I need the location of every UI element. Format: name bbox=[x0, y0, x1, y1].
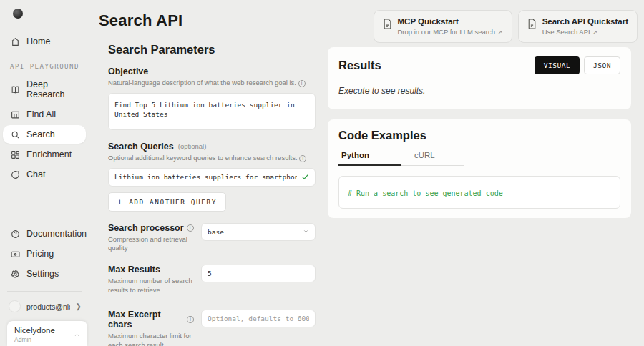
objective-description: Natural-language description of what the… bbox=[108, 79, 316, 88]
external-link-icon: ↗︎ bbox=[592, 29, 598, 36]
code-examples-heading: Code Examples bbox=[338, 129, 620, 142]
search-icon bbox=[10, 129, 20, 139]
info-icon: i bbox=[299, 155, 306, 162]
sidebar-divider bbox=[7, 291, 82, 292]
sidebar-item-search[interactable]: Search bbox=[3, 125, 86, 144]
tab-curl[interactable]: cURL bbox=[401, 151, 464, 166]
sidebar-item-documentation[interactable]: Documentation bbox=[3, 224, 86, 243]
sidebar-item-label: Enrichment bbox=[26, 149, 72, 159]
processor-description: Compression and retrieval quality bbox=[108, 235, 194, 254]
file-icon bbox=[527, 19, 537, 32]
right-panel: Results VISUAL JSON Execute to see resul… bbox=[328, 47, 631, 228]
queries-label: Search Queries (optional) bbox=[108, 142, 316, 152]
sidebar-item-deep-research[interactable]: Deep Research bbox=[3, 75, 86, 104]
max-excerpt-input[interactable] bbox=[201, 310, 316, 327]
code-examples-card: Code Examples Python cURL # Run a search… bbox=[328, 119, 631, 218]
max-results-label: Max Results bbox=[108, 265, 194, 275]
account-switcher[interactable]: products@nic... ❯ bbox=[0, 296, 89, 317]
org-card[interactable]: Nicelydone Admin bbox=[7, 321, 87, 346]
avatar bbox=[9, 300, 21, 312]
org-role: Admin bbox=[14, 336, 55, 343]
max-excerpt-label: Max Excerpt chars i bbox=[108, 310, 194, 330]
sidebar-item-pricing[interactable]: Pricing bbox=[3, 244, 86, 263]
plus-icon: + bbox=[117, 197, 123, 207]
chevron-down-icon bbox=[303, 228, 309, 236]
chevron-up-icon bbox=[74, 328, 80, 341]
form-heading: Search Parameters bbox=[108, 43, 316, 56]
search-parameters-panel: Search Parameters Objective Natural-lang… bbox=[108, 43, 316, 346]
objective-input[interactable]: Find Top 5 Lithium ion batteries supplie… bbox=[108, 93, 316, 130]
account-email: products@nic... bbox=[26, 302, 70, 311]
results-heading: Results bbox=[338, 59, 381, 72]
org-name: Nicelydone bbox=[14, 326, 55, 335]
sidebar-item-label: Settings bbox=[26, 269, 59, 279]
chevron-right-icon: ❯ bbox=[76, 302, 82, 310]
optional-tag: (optional) bbox=[178, 142, 207, 150]
sidebar-item-label: Home bbox=[26, 36, 50, 46]
sidebar-item-chat[interactable]: Chat bbox=[3, 165, 86, 184]
quickstart-subtitle: Use Search API bbox=[542, 28, 590, 36]
tab-python[interactable]: Python bbox=[338, 151, 401, 166]
sidebar: Home API PLAYGROUND Deep Research Find A… bbox=[0, 0, 89, 346]
check-icon bbox=[301, 171, 309, 184]
help-icon bbox=[10, 229, 20, 239]
card-icon bbox=[10, 249, 20, 259]
code-block: # Run a search to see generated code bbox=[338, 176, 620, 209]
sidebar-section-label: API PLAYGROUND bbox=[10, 63, 89, 70]
info-icon: i bbox=[187, 224, 194, 232]
book-icon bbox=[10, 84, 20, 94]
query-input[interactable]: Lithium ion batteries suppliers for smar… bbox=[108, 168, 316, 187]
chat-icon bbox=[10, 169, 20, 179]
quickstart-cards: MCP Quickstart Drop in our MCP for LLM s… bbox=[374, 10, 638, 43]
max-results-input[interactable] bbox=[201, 265, 316, 282]
max-excerpt-description: Maximum character limit for each search … bbox=[108, 332, 194, 346]
blocks-icon bbox=[10, 149, 20, 159]
mcp-quickstart-card[interactable]: MCP Quickstart Drop in our MCP for LLM s… bbox=[374, 10, 512, 43]
visual-toggle-button[interactable]: VISUAL bbox=[535, 56, 580, 74]
info-icon: i bbox=[298, 80, 306, 87]
sidebar-item-label: Documentation bbox=[26, 229, 87, 239]
gear-icon bbox=[10, 269, 20, 279]
processor-value: base bbox=[208, 228, 224, 236]
code-tabs: Python cURL bbox=[338, 151, 620, 166]
sidebar-item-find-all[interactable]: Find All bbox=[3, 105, 86, 124]
page-title: Search API bbox=[99, 11, 182, 30]
quickstart-subtitle: Drop in our MCP for LLM search bbox=[398, 28, 496, 36]
add-another-query-button[interactable]: + ADD ANOTHER QUERY bbox=[108, 192, 226, 212]
sidebar-item-label: Deep Research bbox=[26, 79, 79, 99]
file-icon bbox=[383, 19, 392, 32]
sidebar-item-label: Find All bbox=[26, 109, 56, 119]
sidebar-item-enrichment[interactable]: Enrichment bbox=[3, 145, 86, 164]
external-link-icon: ↗︎ bbox=[497, 29, 503, 36]
info-icon: i bbox=[187, 316, 194, 323]
processor-select[interactable]: base bbox=[201, 223, 316, 241]
json-toggle-button[interactable]: JSON bbox=[584, 56, 620, 74]
results-empty-text: Execute to see results. bbox=[338, 86, 620, 96]
code-snippet: # Run a search to see generated code bbox=[348, 189, 503, 197]
sidebar-item-label: Search bbox=[26, 129, 55, 139]
processor-label: Search processor i bbox=[108, 223, 194, 233]
sidebar-item-label: Pricing bbox=[26, 249, 54, 259]
sidebar-item-label: Chat bbox=[26, 169, 45, 179]
main-content: Search API MCP Quickstart Drop in our MC… bbox=[89, 0, 644, 346]
query-value: Lithium ion batteries suppliers for smar… bbox=[114, 173, 297, 181]
quickstart-title: Search API Quickstart bbox=[542, 17, 628, 26]
objective-label: Objective bbox=[108, 66, 316, 76]
results-view-toggle: VISUAL JSON bbox=[535, 56, 620, 74]
home-icon bbox=[10, 36, 20, 46]
table-icon bbox=[10, 109, 20, 119]
results-card: Results VISUAL JSON Execute to see resul… bbox=[328, 47, 631, 109]
max-results-description: Maximum number of search results to retr… bbox=[108, 277, 194, 295]
app-logo bbox=[13, 9, 23, 19]
quickstart-title: MCP Quickstart bbox=[398, 17, 503, 26]
sidebar-item-settings[interactable]: Settings bbox=[3, 265, 86, 283]
search-api-quickstart-card[interactable]: Search API Quickstart Use Search API ↗︎ bbox=[518, 10, 638, 43]
sidebar-item-home[interactable]: Home bbox=[3, 32, 86, 51]
queries-description: Optional additional keyword queries to e… bbox=[108, 154, 316, 163]
